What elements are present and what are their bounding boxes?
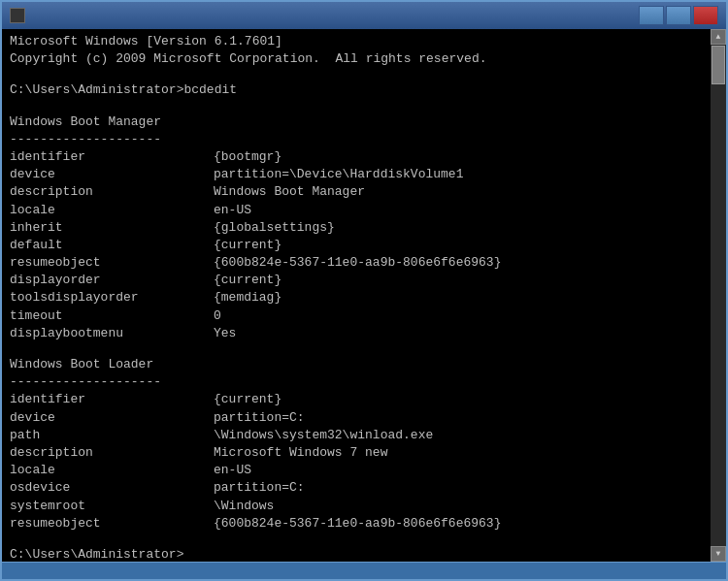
maximize-button[interactable] — [666, 6, 691, 25]
console-value: en-US — [214, 203, 251, 217]
console-value: {current} — [214, 273, 281, 287]
console-line: -------------------- — [10, 131, 701, 148]
console-line: devicepartition=C: — [10, 409, 701, 427]
scroll-thumb[interactable] — [711, 46, 725, 84]
console-key: identifier — [10, 148, 214, 166]
console-line: Windows Boot Manager — [10, 113, 701, 131]
console-value: {current} — [214, 392, 281, 406]
console-value: partition=\Device\HarddiskVolume1 — [214, 167, 463, 181]
console-content: Microsoft Windows [Version 6.1.7601]Copy… — [10, 33, 718, 562]
scroll-down-button[interactable]: ▼ — [711, 546, 726, 562]
console-key: displayorder — [10, 272, 214, 289]
console-line: -------------------- — [10, 373, 701, 391]
console-line: inherit{globalsettings} — [10, 219, 701, 237]
console-value: {globalsettings} — [214, 220, 335, 235]
status-bar — [2, 562, 726, 579]
scroll-track[interactable] — [711, 45, 726, 546]
console-key: device — [10, 409, 214, 427]
console-key: systemroot — [10, 498, 214, 515]
console-line: Microsoft Windows [Version 6.1.7601] — [10, 33, 701, 50]
console-line: timeout0 — [10, 307, 701, 325]
console-line: descriptionWindows Boot Manager — [10, 183, 701, 201]
console-key: resumeobject — [10, 515, 214, 533]
console-line: C:\Users\Administrator>bcdedit — [10, 81, 701, 99]
window: Microsoft Windows [Version 6.1.7601]Copy… — [0, 0, 728, 581]
window-icon — [10, 8, 25, 23]
console-line: resumeobject{600b824e-5367-11e0-aa9b-806… — [10, 254, 701, 272]
console-line: localeen-US — [10, 462, 701, 479]
console-line: path\Windows\system32\winload.exe — [10, 427, 701, 444]
console-line: identifier{current} — [10, 391, 701, 408]
console-line: Windows Boot Loader — [10, 356, 701, 373]
console-value: \Windows — [214, 499, 274, 513]
console-key: displaybootmenu — [10, 325, 214, 342]
console-key: locale — [10, 462, 214, 479]
console-value: {memdiag} — [214, 290, 281, 305]
console-key: inherit — [10, 219, 214, 237]
console-value: {bootmgr} — [214, 149, 281, 164]
console-key: description — [10, 183, 214, 201]
console-value: Windows Boot Manager — [214, 184, 365, 199]
console-line: Copyright (c) 2009 Microsoft Corporation… — [10, 50, 701, 68]
scrollbar[interactable]: ▲ ▼ — [711, 29, 726, 562]
title-bar — [2, 2, 726, 29]
console-key: timeout — [10, 307, 214, 325]
console-key: toolsdisplayorder — [10, 289, 214, 307]
console-line: displaybootmenuYes — [10, 325, 701, 342]
console-line: osdevicepartition=C: — [10, 479, 701, 497]
console-value: {current} — [214, 238, 281, 252]
console-value: Microsoft Windows 7 new — [214, 445, 387, 460]
console-line: toolsdisplayorder{memdiag} — [10, 289, 701, 307]
console-key: path — [10, 427, 214, 444]
console-line: systemroot\Windows — [10, 498, 701, 515]
console-value: {600b824e-5367-11e0-aa9b-806e6f6e6963} — [214, 255, 501, 270]
console-key: description — [10, 444, 214, 462]
console-value: partition=C: — [214, 410, 305, 425]
minimize-button[interactable] — [639, 6, 664, 25]
console-value: en-US — [214, 463, 251, 477]
console-key: locale — [10, 202, 214, 219]
console-line: default{current} — [10, 237, 701, 254]
console-line: identifier{bootmgr} — [10, 148, 701, 166]
console-value: {600b824e-5367-11e0-aa9b-806e6f6e6963} — [214, 516, 501, 531]
console-line — [10, 100, 701, 113]
console-key: device — [10, 166, 214, 183]
console-line: descriptionMicrosoft Windows 7 new — [10, 444, 701, 462]
title-bar-buttons — [639, 6, 718, 25]
console-value: \Windows\system32\winload.exe — [214, 428, 433, 442]
console-key: default — [10, 237, 214, 254]
console-line — [10, 342, 701, 356]
console-line: localeen-US — [10, 202, 701, 219]
scroll-up-button[interactable]: ▲ — [711, 29, 726, 45]
console-value: Yes — [214, 326, 236, 340]
close-button[interactable] — [693, 6, 718, 25]
console-body: Microsoft Windows [Version 6.1.7601]Copy… — [2, 29, 726, 562]
console-line: displayorder{current} — [10, 272, 701, 289]
console-line — [10, 533, 701, 546]
console-line — [10, 68, 701, 81]
console-line: devicepartition=\Device\HarddiskVolume1 — [10, 166, 701, 183]
console-value: partition=C: — [214, 480, 305, 495]
console-line: C:\Users\Administrator> — [10, 546, 701, 562]
console-key: identifier — [10, 391, 214, 408]
console-key: osdevice — [10, 479, 214, 497]
console-key: resumeobject — [10, 254, 214, 272]
console-line: resumeobject{600b824e-5367-11e0-aa9b-806… — [10, 515, 701, 533]
console-value: 0 — [214, 308, 221, 323]
